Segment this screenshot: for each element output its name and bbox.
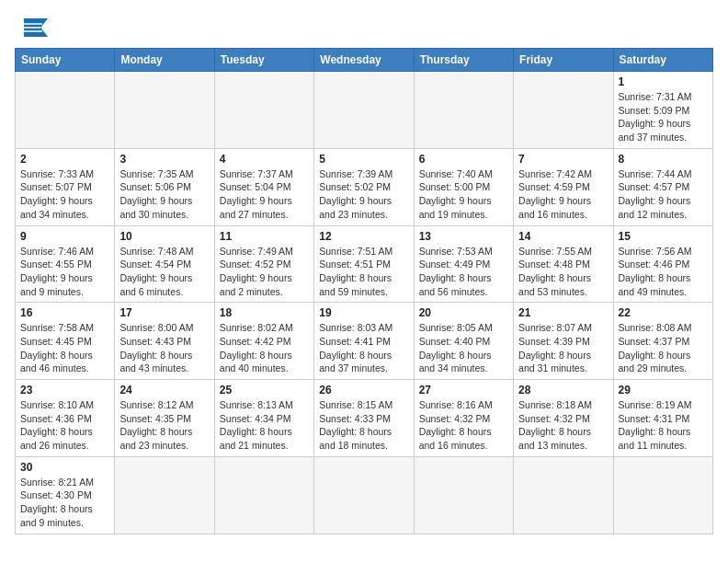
calendar-cell: 23Sunrise: 8:10 AM Sunset: 4:36 PM Dayli… — [16, 380, 115, 457]
day-info: Sunrise: 7:53 AM Sunset: 4:49 PM Dayligh… — [419, 245, 508, 299]
calendar-cell: 26Sunrise: 8:15 AM Sunset: 4:33 PM Dayli… — [314, 380, 414, 457]
day-number: 6 — [419, 153, 508, 166]
day-number: 18 — [220, 306, 309, 319]
calendar-cell: 18Sunrise: 8:02 AM Sunset: 4:42 PM Dayli… — [214, 303, 313, 380]
day-info: Sunrise: 8:16 AM Sunset: 4:32 PM Dayligh… — [419, 398, 508, 453]
day-info: Sunrise: 7:40 AM Sunset: 5:00 PM Dayligh… — [419, 167, 508, 222]
day-info: Sunrise: 7:55 AM Sunset: 4:48 PM Dayligh… — [518, 245, 608, 299]
calendar-cell — [514, 456, 613, 534]
calendar-table: SundayMondayTuesdayWednesdayThursdayFrid… — [15, 48, 713, 534]
page-header — [15, 15, 713, 40]
day-number: 29 — [619, 384, 708, 396]
day-info: Sunrise: 7:39 AM Sunset: 5:02 PM Dayligh… — [319, 167, 408, 222]
day-number: 30 — [20, 461, 109, 474]
day-info: Sunrise: 8:12 AM Sunset: 4:35 PM Dayligh… — [119, 398, 209, 453]
calendar-cell: 7Sunrise: 7:42 AM Sunset: 4:59 PM Daylig… — [514, 148, 613, 225]
weekday-header-thursday: Thursday — [414, 49, 513, 72]
calendar-body: 1Sunrise: 7:31 AM Sunset: 5:09 PM Daylig… — [16, 72, 713, 534]
day-number: 14 — [518, 230, 608, 243]
calendar-cell: 17Sunrise: 8:00 AM Sunset: 4:43 PM Dayli… — [115, 303, 214, 380]
day-number: 23 — [20, 384, 109, 396]
day-info: Sunrise: 8:00 AM Sunset: 4:43 PM Dayligh… — [119, 321, 209, 375]
day-number: 10 — [119, 230, 209, 243]
day-info: Sunrise: 7:31 AM Sunset: 5:09 PM Dayligh… — [619, 90, 708, 144]
calendar-cell: 10Sunrise: 7:48 AM Sunset: 4:54 PM Dayli… — [115, 225, 214, 303]
calendar-cell: 20Sunrise: 8:05 AM Sunset: 4:40 PM Dayli… — [414, 303, 513, 380]
calendar-cell: 16Sunrise: 7:58 AM Sunset: 4:45 PM Dayli… — [16, 303, 115, 380]
calendar-cell: 15Sunrise: 7:56 AM Sunset: 4:46 PM Dayli… — [613, 225, 712, 303]
day-number: 26 — [319, 384, 408, 396]
day-info: Sunrise: 7:48 AM Sunset: 4:54 PM Dayligh… — [119, 245, 209, 299]
calendar-cell: 22Sunrise: 8:08 AM Sunset: 4:37 PM Dayli… — [613, 303, 712, 380]
day-number: 2 — [20, 153, 109, 166]
weekday-header-saturday: Saturday — [613, 49, 712, 72]
day-info: Sunrise: 7:37 AM Sunset: 5:04 PM Dayligh… — [220, 167, 309, 222]
calendar-cell — [613, 456, 712, 534]
calendar-cell: 30Sunrise: 8:21 AM Sunset: 4:30 PM Dayli… — [16, 456, 115, 534]
day-number: 24 — [119, 384, 209, 396]
calendar-cell: 12Sunrise: 7:51 AM Sunset: 4:51 PM Dayli… — [314, 225, 414, 303]
calendar-cell: 27Sunrise: 8:16 AM Sunset: 4:32 PM Dayli… — [414, 380, 513, 457]
day-info: Sunrise: 8:02 AM Sunset: 4:42 PM Dayligh… — [220, 321, 309, 375]
day-number: 19 — [319, 306, 408, 319]
day-number: 21 — [518, 306, 608, 319]
weekday-header-friday: Friday — [514, 49, 613, 72]
logo — [15, 15, 51, 40]
calendar-week-2: 2Sunrise: 7:33 AM Sunset: 5:07 PM Daylig… — [16, 148, 713, 225]
day-info: Sunrise: 8:05 AM Sunset: 4:40 PM Dayligh… — [419, 321, 508, 375]
weekday-header-sunday: Sunday — [16, 49, 115, 72]
day-number: 16 — [20, 306, 109, 319]
calendar-cell: 4Sunrise: 7:37 AM Sunset: 5:04 PM Daylig… — [214, 148, 313, 225]
day-info: Sunrise: 8:19 AM Sunset: 4:31 PM Dayligh… — [619, 398, 708, 453]
day-info: Sunrise: 8:18 AM Sunset: 4:32 PM Dayligh… — [518, 398, 608, 453]
day-info: Sunrise: 7:51 AM Sunset: 4:51 PM Dayligh… — [319, 245, 408, 299]
calendar-cell: 5Sunrise: 7:39 AM Sunset: 5:02 PM Daylig… — [314, 148, 414, 225]
day-number: 15 — [619, 230, 708, 243]
calendar-cell: 9Sunrise: 7:46 AM Sunset: 4:55 PM Daylig… — [16, 225, 115, 303]
calendar-week-5: 23Sunrise: 8:10 AM Sunset: 4:36 PM Dayli… — [16, 380, 713, 457]
day-number: 25 — [220, 384, 309, 396]
day-info: Sunrise: 7:44 AM Sunset: 4:57 PM Dayligh… — [619, 167, 708, 222]
calendar-header: SundayMondayTuesdayWednesdayThursdayFrid… — [16, 49, 713, 72]
calendar-cell: 1Sunrise: 7:31 AM Sunset: 5:09 PM Daylig… — [613, 72, 712, 149]
calendar-cell: 19Sunrise: 8:03 AM Sunset: 4:41 PM Dayli… — [314, 303, 414, 380]
calendar-cell: 14Sunrise: 7:55 AM Sunset: 4:48 PM Dayli… — [514, 225, 613, 303]
day-info: Sunrise: 8:21 AM Sunset: 4:30 PM Dayligh… — [20, 476, 109, 530]
day-number: 22 — [619, 306, 708, 319]
calendar-cell: 11Sunrise: 7:49 AM Sunset: 4:52 PM Dayli… — [214, 225, 313, 303]
calendar-cell: 24Sunrise: 8:12 AM Sunset: 4:35 PM Dayli… — [115, 380, 214, 457]
calendar-cell: 6Sunrise: 7:40 AM Sunset: 5:00 PM Daylig… — [414, 148, 513, 225]
day-info: Sunrise: 7:42 AM Sunset: 4:59 PM Dayligh… — [518, 167, 608, 222]
day-info: Sunrise: 7:58 AM Sunset: 4:45 PM Dayligh… — [20, 321, 109, 375]
day-number: 17 — [119, 306, 209, 319]
calendar-cell — [115, 456, 214, 534]
day-number: 1 — [619, 75, 708, 88]
day-number: 9 — [20, 230, 109, 243]
calendar-cell — [214, 72, 313, 149]
calendar-cell: 8Sunrise: 7:44 AM Sunset: 4:57 PM Daylig… — [613, 148, 712, 225]
day-number: 11 — [220, 230, 309, 243]
day-info: Sunrise: 8:10 AM Sunset: 4:36 PM Dayligh… — [20, 398, 109, 453]
day-info: Sunrise: 8:15 AM Sunset: 4:33 PM Dayligh… — [319, 398, 408, 453]
calendar-cell — [414, 72, 513, 149]
day-number: 3 — [119, 153, 209, 166]
calendar-week-1: 1Sunrise: 7:31 AM Sunset: 5:09 PM Daylig… — [16, 72, 713, 149]
day-number: 4 — [220, 153, 309, 166]
calendar-cell — [214, 456, 313, 534]
day-info: Sunrise: 8:13 AM Sunset: 4:34 PM Dayligh… — [220, 398, 309, 453]
day-info: Sunrise: 7:46 AM Sunset: 4:55 PM Dayligh… — [20, 245, 109, 299]
day-number: 12 — [319, 230, 408, 243]
day-info: Sunrise: 7:49 AM Sunset: 4:52 PM Dayligh… — [220, 245, 309, 299]
weekday-header-row: SundayMondayTuesdayWednesdayThursdayFrid… — [16, 49, 713, 72]
calendar-cell: 21Sunrise: 8:07 AM Sunset: 4:39 PM Dayli… — [514, 303, 613, 380]
day-info: Sunrise: 8:07 AM Sunset: 4:39 PM Dayligh… — [518, 321, 608, 375]
day-info: Sunrise: 7:56 AM Sunset: 4:46 PM Dayligh… — [619, 245, 708, 299]
calendar-cell — [414, 456, 513, 534]
day-number: 5 — [319, 153, 408, 166]
logo-icon — [15, 15, 48, 40]
calendar-cell — [514, 72, 613, 149]
day-number: 28 — [518, 384, 608, 396]
day-number: 8 — [619, 153, 708, 166]
calendar-cell — [115, 72, 214, 149]
day-info: Sunrise: 7:33 AM Sunset: 5:07 PM Dayligh… — [20, 167, 109, 222]
